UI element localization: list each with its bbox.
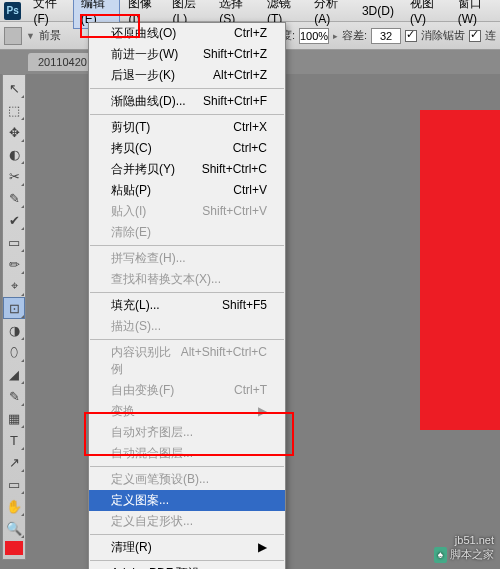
menu-item: 定义自定形状... bbox=[89, 511, 285, 532]
menu-3d[interactable]: 3D(D) bbox=[354, 1, 402, 21]
menu-item: 变换▶ bbox=[89, 401, 285, 422]
menu-file[interactable]: 文件(F) bbox=[25, 0, 72, 29]
watermark-brand: 脚本之家 bbox=[450, 548, 494, 560]
edit-menu-dropdown: 还原曲线(O)Ctrl+Z前进一步(W)Shift+Ctrl+Z后退一步(K)A… bbox=[88, 22, 286, 569]
menu-item[interactable]: 粘贴(P)Ctrl+V bbox=[89, 180, 285, 201]
menu-item: 自由变换(F)Ctrl+T bbox=[89, 380, 285, 401]
menu-item: 自动混合图层... bbox=[89, 443, 285, 464]
toolbox: ↖⬚✥◐✂✎✔▭✏⌖⊡◑⬯◢✎▦T↗▭✋🔍 bbox=[2, 74, 26, 560]
menu-item[interactable]: Adobe PDF 预设... bbox=[89, 563, 285, 569]
menu-item: 定义画笔预设(B)... bbox=[89, 469, 285, 490]
watermark-logo-icon: ♠ bbox=[434, 547, 447, 563]
tool-preset-icon[interactable] bbox=[4, 27, 22, 45]
watermark-site: jb51.net bbox=[455, 534, 494, 546]
foreground-color-swatch[interactable] bbox=[5, 541, 23, 555]
canvas[interactable] bbox=[420, 110, 500, 430]
menu-item[interactable]: 渐隐曲线(D)...Shift+Ctrl+F bbox=[89, 91, 285, 112]
antialias-label: 消除锯齿 bbox=[421, 28, 465, 43]
chevron-right-icon[interactable]: ▸ bbox=[333, 31, 338, 41]
antialias-checkbox[interactable] bbox=[405, 30, 417, 42]
menu-item[interactable]: 拷贝(C)Ctrl+C bbox=[89, 138, 285, 159]
tolerance-label: 容差: bbox=[342, 28, 367, 43]
app-icon: Ps bbox=[4, 2, 21, 20]
menu-analysis[interactable]: 分析(A) bbox=[306, 0, 354, 29]
menubar: Ps 文件(F) 编辑(E) 图像(I) 图层(L) 选择(S) 滤镜(T) 分… bbox=[0, 0, 500, 22]
contiguous-label: 连 bbox=[485, 28, 496, 43]
menu-item[interactable]: 填充(L)...Shift+F5 bbox=[89, 295, 285, 316]
menu-window[interactable]: 窗口(W) bbox=[450, 0, 500, 29]
document-tab[interactable]: 20110420 bbox=[28, 53, 97, 71]
foreground-label: 前景 bbox=[39, 28, 61, 43]
menu-item[interactable]: 合并拷贝(Y)Shift+Ctrl+C bbox=[89, 159, 285, 180]
menu-item[interactable]: 前进一步(W)Shift+Ctrl+Z bbox=[89, 44, 285, 65]
opacity-input[interactable] bbox=[299, 28, 329, 44]
dropdown-arrow-icon[interactable]: ▼ bbox=[26, 31, 35, 41]
contiguous-checkbox[interactable] bbox=[469, 30, 481, 42]
menu-item[interactable]: 后退一步(K)Alt+Ctrl+Z bbox=[89, 65, 285, 86]
menu-item: 描边(S)... bbox=[89, 316, 285, 337]
menu-item[interactable]: 清理(R)▶ bbox=[89, 537, 285, 558]
menu-item: 内容识别比例Alt+Shift+Ctrl+C bbox=[89, 342, 285, 380]
menu-item[interactable]: 还原曲线(O)Ctrl+Z bbox=[89, 23, 285, 44]
menu-item[interactable]: 定义图案... bbox=[89, 490, 285, 511]
menu-view[interactable]: 视图(V) bbox=[402, 0, 450, 29]
menu-item[interactable]: 剪切(T)Ctrl+X bbox=[89, 117, 285, 138]
menu-item: 清除(E) bbox=[89, 222, 285, 243]
menu-item: 贴入(I)Shift+Ctrl+V bbox=[89, 201, 285, 222]
menu-item: 查找和替换文本(X)... bbox=[89, 269, 285, 290]
menu-item: 自动对齐图层... bbox=[89, 422, 285, 443]
tolerance-input[interactable] bbox=[371, 28, 401, 44]
menu-item: 拼写检查(H)... bbox=[89, 248, 285, 269]
watermark: jb51.net ♠ 脚本之家 bbox=[434, 533, 494, 563]
